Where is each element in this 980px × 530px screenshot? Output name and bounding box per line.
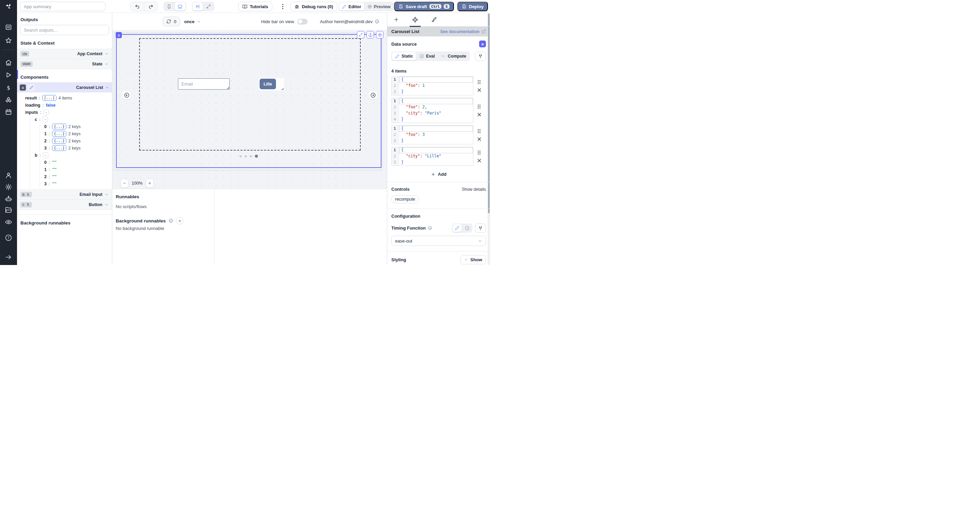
json-editor[interactable]: 1{2 "foo": 33} [391,125,473,144]
rename-pencil-icon[interactable] [28,84,35,91]
button-component[interactable]: Lille [259,78,284,91]
drag-handle-icon[interactable] [477,129,481,134]
anchor-component-button[interactable] [366,31,374,38]
see-documentation-link[interactable]: See documentation [440,29,486,34]
json-editor[interactable]: 1{2 "foo": 13} [391,76,473,95]
redo-button[interactable] [144,2,157,11]
recompute-pill[interactable]: recompute [391,195,419,203]
carousel-dot[interactable] [240,155,242,157]
schedules-calendar-icon[interactable] [5,108,12,116]
remove-item-icon[interactable] [477,137,481,141]
resize-handle[interactable] [227,87,229,89]
tree-row[interactable]: c:- [17,116,112,123]
refresh-button[interactable]: 0 [163,17,180,26]
zoom-out-button[interactable] [121,179,128,188]
show-details-link[interactable]: Show details [462,187,486,192]
tree-row[interactable]: 0:{...}2 keys [17,123,112,130]
component-row-email-input[interactable]: b Email Input [17,189,112,200]
tree-row[interactable]: b:- [17,152,112,159]
hide-bar-toggle[interactable] [298,19,308,24]
drag-handle-icon[interactable] [477,150,481,155]
email-field[interactable] [178,78,230,89]
carousel-dot[interactable] [245,155,247,157]
add-background-runnable-button[interactable] [176,217,183,225]
tree-row[interactable]: 2:{...}2 keys [17,137,112,144]
json-editor[interactable]: 1{2 "foo": 2,3 "city": "Paris"4} [391,98,473,123]
ai-robot-icon[interactable] [5,195,12,202]
carousel-dot[interactable] [250,155,252,157]
variables-dollar-icon[interactable]: $ [5,84,12,91]
app-summary-input[interactable] [20,2,105,11]
carousel-item-container[interactable] [139,38,361,150]
mode-static[interactable]: Static [392,52,416,60]
mode-eval[interactable]: f Eval [416,52,438,60]
component-row-carousel[interactable]: a Carousel List [17,82,112,92]
styling-show-button[interactable]: Show [460,255,486,264]
save-draft-button[interactable]: Save draft Ctrl S [394,2,454,11]
frequency-select[interactable]: once [184,19,201,24]
more-menu-button[interactable] [280,2,286,11]
selected-carousel-component[interactable]: a Lille [116,34,382,168]
left-panel-scrollbar[interactable] [17,70,18,79]
debug-runs-button[interactable]: Debug runs (0) [290,2,337,11]
mode-compute[interactable]: Compute [438,52,469,60]
settings-gear-icon[interactable] [5,183,12,191]
component-row-button[interactable]: c Button [17,200,112,210]
component-settings-tab[interactable] [412,13,418,27]
remove-item-icon[interactable] [477,159,481,163]
help-icon[interactable]: ? [5,234,12,241]
tree-row[interactable]: inputs:- [17,109,112,116]
email-input-component[interactable] [178,78,230,89]
carousel-dot[interactable] [255,155,258,158]
tree-row[interactable]: 3:"" [17,180,112,187]
deploy-button[interactable]: Deploy [457,2,488,11]
full-width-layout-button[interactable] [204,2,214,11]
canvas-grid[interactable]: a Lille [112,30,387,189]
tree-row[interactable]: 3:{...}2 keys [17,144,112,152]
desktop-view-button[interactable] [175,2,185,11]
mobile-view-button[interactable] [164,2,174,11]
tree-row[interactable]: result:[...]4 items [17,94,112,102]
collapse-arrow-icon[interactable] [5,254,12,261]
lille-button[interactable]: Lille [259,79,276,89]
centered-layout-button[interactable] [192,2,203,11]
carousel-next-button[interactable] [369,91,377,99]
timing-plug-button[interactable] [475,223,486,233]
add-item-button[interactable]: Add [391,172,486,177]
remove-item-icon[interactable] [477,113,481,117]
insert-component-tab[interactable] [393,13,399,27]
styling-tab[interactable] [431,13,437,27]
tree-row[interactable]: 2:"" [17,173,112,180]
ctx-row[interactable]: ctx App Context [17,49,112,59]
tree-row[interactable]: 1:{...}2 keys [17,130,112,137]
runs-play-icon[interactable] [5,71,12,79]
timing-eval-button[interactable]: f [463,224,472,232]
zoom-in-button[interactable] [146,179,153,188]
carousel-prev-button[interactable] [123,91,130,99]
workers-user-icon[interactable] [5,172,12,179]
tutorials-button[interactable]: Tutorials [238,2,272,11]
search-outputs-input[interactable] [20,25,109,35]
preview-tab[interactable]: Preview [365,2,393,11]
move-component-button[interactable] [376,31,383,38]
tree-row[interactable]: 0:"" [17,159,112,166]
remove-item-icon[interactable] [477,88,481,92]
folders-icon[interactable] [5,206,12,214]
state-row[interactable]: state State [17,59,112,69]
expand-component-button[interactable] [357,31,364,38]
timing-static-button[interactable] [453,224,462,232]
windmill-logo-icon[interactable] [5,3,12,10]
favorites-star-icon[interactable] [5,37,12,44]
editor-tab[interactable]: Editor [339,2,364,11]
timing-function-select[interactable]: ease-out [391,236,486,246]
resources-boxes-icon[interactable] [5,96,12,104]
workspace-grid-icon[interactable] [5,24,12,31]
tree-row[interactable]: loading:false [17,102,112,109]
home-icon[interactable] [5,59,12,66]
drag-handle-icon[interactable] [477,104,481,109]
drag-handle-icon[interactable] [477,80,481,85]
json-editor[interactable]: 1{2 "city": "Lille"3} [391,147,473,166]
audit-eye-icon[interactable] [5,218,12,226]
undo-button[interactable] [130,2,144,11]
resize-handle[interactable] [282,88,283,90]
